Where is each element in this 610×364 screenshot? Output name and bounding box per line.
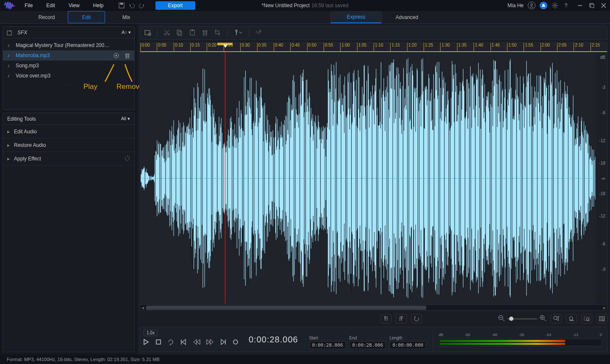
sidebar: SFX A↑ ▾ ♪ Magical Mystery Tour (Remaste…: [0, 24, 137, 355]
meter-scale-label: 0: [600, 333, 602, 337]
file-play-icon[interactable]: [113, 52, 119, 58]
window-maximize-icon[interactable]: [589, 3, 595, 8]
zoom-fit-button[interactable]: [566, 314, 577, 323]
menu-file[interactable]: File: [24, 1, 33, 10]
svg-rect-55: [569, 320, 574, 321]
panel-resize-grip[interactable]: ····: [3, 83, 134, 87]
zoom-vertical-button[interactable]: [551, 314, 562, 323]
range-start-label: Start: [309, 336, 346, 340]
ruler-tick: 1:40: [474, 43, 490, 51]
marker-out-button[interactable]: [396, 314, 407, 323]
file-remove-icon[interactable]: [124, 52, 130, 58]
menu-help[interactable]: Help: [92, 1, 105, 10]
ruler-tick: 2:15: [591, 43, 607, 51]
file-row[interactable]: ♪ Voice over.mp3: [3, 71, 134, 81]
save-icon[interactable]: [118, 2, 125, 9]
rewind-button[interactable]: [193, 339, 200, 347]
playhead-marker-icon[interactable]: [223, 44, 227, 48]
time-ruler[interactable]: 0:000:050:100:150:200:250:300:350:400:45…: [140, 43, 607, 52]
timecode-display: 0:00:28.006: [241, 327, 306, 352]
help-icon[interactable]: ?: [563, 2, 569, 9]
sort-button[interactable]: A↑ ▾: [122, 30, 131, 35]
svg-point-2: [531, 4, 532, 6]
ruler-tick: 1:00: [340, 43, 357, 51]
forward-button[interactable]: [206, 339, 214, 347]
tool-clip-settings-icon[interactable]: [144, 29, 151, 37]
ruler-tick: 0:35: [257, 43, 274, 51]
file-row[interactable]: ♪ Song.mp3: [3, 61, 134, 71]
window-minimize-icon[interactable]: [577, 3, 583, 8]
editing-tool-item[interactable]: ▸ Edit Audio: [3, 125, 134, 138]
waveform-canvas[interactable]: dB -3 -6 -12 -18 -∞ -18 -12 -6 -3: [140, 52, 607, 304]
mode-mix[interactable]: Mix: [105, 11, 147, 23]
user-avatar-icon[interactable]: [528, 2, 535, 9]
record-button[interactable]: [233, 339, 238, 347]
horizontal-scrollbar[interactable]: ◂ ▸: [140, 304, 607, 310]
file-name: Song.mp3: [16, 63, 130, 69]
svg-rect-17: [7, 31, 11, 35]
zoom-all-button[interactable]: [596, 314, 607, 323]
ruler-tick: 0:30: [240, 43, 257, 51]
zoom-out-icon[interactable]: [498, 315, 505, 323]
meter-scale-label: -12: [573, 333, 578, 337]
notifications-icon[interactable]: [540, 2, 547, 9]
main-area: 0:000:050:100:150:200:250:300:350:400:45…: [137, 24, 610, 355]
undo-icon[interactable]: [128, 2, 135, 9]
tool-copy-icon[interactable]: [176, 29, 183, 37]
range-end-value[interactable]: 0:00:28.006: [349, 341, 386, 349]
meter-right: [440, 343, 601, 345]
tool-delete-icon[interactable]: [202, 29, 208, 37]
tool-paste-icon[interactable]: [189, 29, 196, 37]
effect-history-icon[interactable]: [124, 155, 130, 162]
loop-button[interactable]: [167, 339, 174, 347]
tool-marker-dropdown-icon[interactable]: [233, 29, 243, 37]
ruler-tick: 1:05: [357, 43, 374, 51]
range-start-value[interactable]: 0:00:28.006: [309, 341, 346, 349]
menu-view[interactable]: View: [68, 1, 80, 10]
marker-in-button[interactable]: [380, 314, 391, 323]
playback-speed[interactable]: 1.0x: [144, 330, 158, 336]
tool-normalize-icon[interactable]: [255, 29, 262, 37]
editing-tools-filter[interactable]: All ▾: [121, 116, 130, 121]
editing-tool-label: Restore Audio: [14, 142, 46, 148]
subtab-advanced[interactable]: Advanced: [381, 11, 432, 23]
playhead-line[interactable]: [225, 52, 225, 304]
level-meter: dB-60-48-36-24-120: [433, 327, 607, 352]
mode-edit[interactable]: Edit: [68, 11, 105, 23]
settings-gear-icon[interactable]: [552, 2, 558, 9]
file-row[interactable]: ♪ Magical Mystery Tour (Remastered 200…: [3, 40, 134, 50]
svg-line-11: [553, 7, 554, 8]
zoom-slider[interactable]: [507, 318, 537, 320]
window-close-icon[interactable]: [601, 3, 607, 8]
meter-scale-label: -60: [465, 333, 470, 337]
svg-line-8: [553, 3, 554, 4]
skip-end-button[interactable]: [220, 339, 227, 347]
svg-rect-19: [126, 54, 129, 58]
ruler-tick: 2:10: [574, 43, 590, 51]
editing-tool-item[interactable]: ▸ Restore Audio: [3, 138, 134, 152]
stop-button[interactable]: [155, 339, 161, 347]
undo-selection-button[interactable]: [411, 314, 422, 323]
zoom-in-icon[interactable]: [540, 315, 546, 323]
tool-crop-icon[interactable]: [214, 29, 221, 37]
svg-line-9: [556, 7, 557, 8]
import-file-icon[interactable]: [6, 29, 13, 36]
file-row[interactable]: ♪ Mahoroba.mp3: [3, 50, 134, 61]
svg-point-3: [554, 5, 556, 6]
meter-scale-label: dB: [438, 333, 443, 337]
tool-cut-icon[interactable]: [164, 29, 170, 37]
ruler-tick: 1:35: [457, 43, 474, 51]
meter-scale-label: -48: [492, 333, 497, 337]
skip-start-button[interactable]: [180, 339, 187, 347]
subtab-express[interactable]: Express: [330, 11, 381, 23]
range-length-value[interactable]: 0:00:00.000: [389, 341, 426, 349]
redo-icon[interactable]: [139, 2, 145, 9]
zoom-selection-button[interactable]: [581, 314, 592, 323]
export-button[interactable]: Export: [155, 1, 196, 10]
svg-line-10: [556, 3, 557, 4]
menu-edit[interactable]: Edit: [45, 1, 56, 10]
svg-point-53: [569, 317, 573, 320]
mode-record[interactable]: Record: [25, 11, 68, 23]
play-button[interactable]: [143, 339, 150, 347]
editing-tool-item[interactable]: ▸ Apply Effect: [3, 152, 134, 165]
